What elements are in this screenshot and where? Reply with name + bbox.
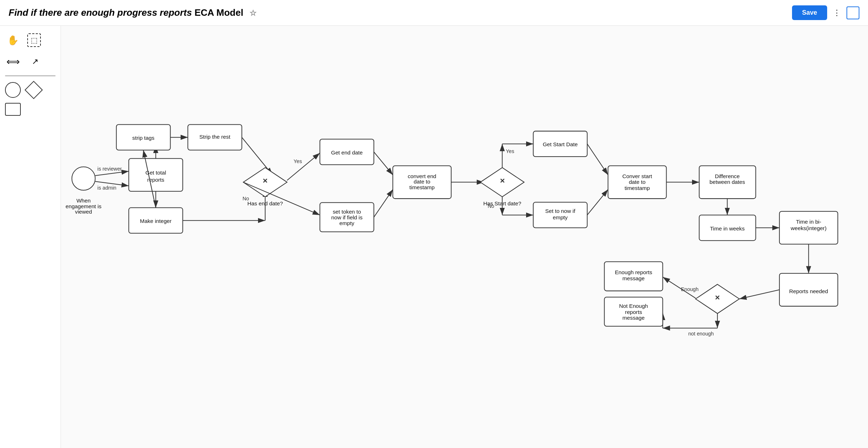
not-enough-label1: Not Enough <box>619 303 648 309</box>
edge-getstartdate-convertstart <box>587 144 608 175</box>
set-now-empty-label1: Set to now if <box>545 208 576 214</box>
not-enough-label: not enough <box>688 331 714 337</box>
edge-hasend-getenddate <box>287 153 320 180</box>
reports-needed-label: Reports needed <box>789 288 828 294</box>
pan-tool[interactable]: ⟺ <box>5 54 21 70</box>
save-button[interactable]: Save <box>792 5 827 20</box>
time-weeks-label: Time in weeks <box>710 225 745 232</box>
svg-text:viewed: viewed <box>75 209 92 215</box>
edge-is-reviewer <box>95 171 129 176</box>
svg-text:✕: ✕ <box>262 177 268 185</box>
yes-label-2: Yes <box>506 148 514 154</box>
svg-text:✕: ✕ <box>715 294 720 301</box>
rect-shape[interactable] <box>5 103 21 116</box>
edge-setnow-convertstart <box>587 190 608 215</box>
toolbar-row-2: ⟺ ↗ <box>5 54 56 70</box>
start-node[interactable] <box>72 167 95 190</box>
not-enough-label3: message <box>623 315 645 321</box>
get-start-date-label: Get Start Date <box>543 141 577 147</box>
window-button[interactable] <box>846 6 859 19</box>
set-token-label3: empty <box>339 220 354 226</box>
convert-start-label2: date to <box>629 179 646 185</box>
diagram[interactable]: When engagement is viewed is reviewer is… <box>61 26 868 448</box>
arrow-tool[interactable]: ↗ <box>27 54 43 70</box>
shape-row-2 <box>5 103 56 116</box>
diamond-shape[interactable] <box>25 81 43 99</box>
hand-tool[interactable]: ✋ <box>5 32 21 48</box>
svg-text:✕: ✕ <box>500 177 505 185</box>
toolbar-divider <box>5 75 56 76</box>
edge-hasend-settoken <box>243 182 320 215</box>
strip-rest-label: Strip the rest <box>199 134 230 140</box>
edge-getend-convert <box>374 152 393 175</box>
select-tool[interactable]: ⬚ <box>27 33 41 47</box>
canvas-area: ✋ ⬚ ⟺ ↗ When <box>0 26 868 448</box>
toolbar: ✋ ⬚ ⟺ ↗ <box>0 26 61 448</box>
edge-settoken-convert <box>374 190 393 217</box>
set-token-label2: now if field is <box>331 214 363 220</box>
page-title: Find if there are enough progress report… <box>9 7 792 18</box>
set-token-label1: set token to <box>333 209 361 215</box>
time-biweeks-label2: weeks(integer) <box>790 225 826 231</box>
is-reviewer-label: is reviewer <box>97 166 122 172</box>
enough-reports-label1: Enough reports <box>615 269 653 275</box>
no-label-1: No <box>243 196 249 201</box>
has-end-date-label: Has end date? <box>247 200 283 206</box>
no-label-2: No <box>488 203 494 209</box>
set-now-empty-label2: empty <box>553 214 568 220</box>
shape-row-1 <box>5 82 56 98</box>
convert-start-label3: timestamp <box>625 185 650 191</box>
is-admin-label: is admin <box>97 185 116 191</box>
time-biweeks-label1: Time in bi- <box>796 219 821 225</box>
star-icon[interactable]: ☆ <box>249 9 257 18</box>
title-normal: ECA Model <box>192 7 243 18</box>
convert-end-label3: timestamp <box>409 184 434 190</box>
not-enough-label2: reports <box>625 309 642 315</box>
header-actions: Save ⋮ <box>792 5 859 20</box>
strip-tags-label: strip tags <box>132 135 154 141</box>
difference-label2: between dates <box>710 179 745 185</box>
convert-start-label1: Conver start <box>622 173 652 179</box>
enough-reports-label2: message <box>623 275 645 281</box>
difference-label1: Difference <box>715 173 740 179</box>
edge-reportsneeded-enough <box>739 290 779 299</box>
circle-shape[interactable] <box>5 82 21 98</box>
more-button[interactable]: ⋮ <box>830 5 844 20</box>
make-integer-label: Make integer <box>140 218 172 224</box>
yes-label-1: Yes <box>294 158 302 164</box>
enough-label: Enough <box>681 286 698 292</box>
get-end-date-label: Get end date <box>331 149 363 156</box>
toolbar-row-1: ✋ ⬚ <box>5 32 56 48</box>
header: Find if there are enough progress report… <box>0 0 868 26</box>
title-italic: Find if there are enough progress report… <box>9 7 192 18</box>
